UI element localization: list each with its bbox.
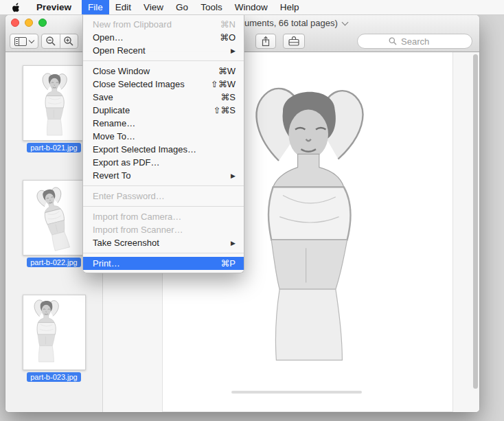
zoom-in-button[interactable] — [60, 34, 78, 48]
menu-separator — [83, 253, 244, 253]
close-window-button[interactable] — [11, 19, 19, 27]
menu-item-export-selected-images[interactable]: Export Selected Images… — [83, 143, 244, 156]
menu-item-print[interactable]: Print… ⌘P — [83, 257, 244, 270]
thumbnail-item-1[interactable]: part-b-021.jpg — [23, 65, 86, 152]
window-title-text: uments, 66 total pages) — [244, 18, 338, 28]
thumbnail-filename-2[interactable]: part-b-022.jpg — [27, 258, 81, 267]
sketch-thumbnail-2 — [25, 182, 84, 253]
menu-item-enter-password: Enter Password… — [83, 190, 244, 203]
markup-toolbox-icon — [288, 36, 299, 46]
file-menu-dropdown: New from Clipboard ⌘N Open… ⌘O Open Rece… — [82, 15, 244, 273]
menubar-item-view[interactable]: View — [137, 0, 170, 14]
menu-item-import-from-scanner: Import from Scanner… — [83, 223, 244, 236]
menubar-item-tools[interactable]: Tools — [194, 0, 229, 14]
menubar-item-edit[interactable]: Edit — [109, 0, 137, 14]
menu-item-take-screenshot[interactable]: Take Screenshot ▶ — [83, 236, 244, 249]
menu-item-open[interactable]: Open… ⌘O — [83, 31, 244, 44]
apple-logo-icon — [12, 2, 21, 12]
menubar-item-go[interactable]: Go — [170, 0, 194, 14]
menu-item-duplicate[interactable]: Duplicate ⇧⌘S — [83, 104, 244, 117]
share-icon — [261, 36, 271, 47]
zoom-segmented-control — [41, 34, 78, 49]
menu-separator — [83, 185, 244, 186]
menu-separator — [83, 60, 244, 61]
page-caption — [231, 391, 362, 394]
menu-item-new-from-clipboard: New from Clipboard ⌘N — [83, 18, 244, 31]
sidebar-panel-icon — [14, 37, 27, 46]
menu-item-close-selected-images[interactable]: Close Selected Images ⇧⌘W — [83, 78, 244, 91]
menubar-item-preview[interactable]: Preview — [26, 0, 82, 14]
minimize-window-button[interactable] — [25, 19, 33, 27]
share-button[interactable] — [255, 34, 276, 49]
menu-item-import-from-camera: Import from Camera… — [83, 210, 244, 223]
search-field[interactable] — [357, 34, 472, 49]
menu-item-move-to[interactable]: Move To… — [83, 130, 244, 143]
search-input[interactable] — [400, 36, 441, 47]
thumbnail-filename-1[interactable]: part-b-021.jpg — [27, 143, 81, 152]
zoom-out-button[interactable] — [42, 34, 60, 48]
thumbnail-item-2[interactable]: part-b-022.jpg — [23, 180, 86, 267]
markup-toolbar-button[interactable] — [283, 34, 305, 49]
menu-separator — [83, 206, 244, 207]
sketch-thumbnail-1 — [25, 67, 84, 139]
menu-item-open-recent[interactable]: Open Recent ▶ — [83, 44, 244, 57]
menu-item-save[interactable]: Save ⌘S — [83, 91, 244, 104]
thumbnail-image-3[interactable] — [23, 295, 86, 370]
vertical-scrollbar[interactable] — [472, 54, 478, 410]
menubar-item-file[interactable]: File — [82, 0, 109, 14]
window-title: uments, 66 total pages) — [244, 18, 347, 28]
zoom-window-button[interactable] — [38, 19, 47, 27]
zoom-out-icon — [45, 36, 56, 47]
thumbnail-filename-3[interactable]: part-b-023.jpg — [27, 372, 81, 382]
menu-item-revert-to[interactable]: Revert To ▶ — [83, 169, 244, 182]
menu-item-rename[interactable]: Rename… — [83, 117, 244, 130]
menu-item-close-window[interactable]: Close Window ⌘W — [83, 65, 244, 78]
desktop: uments, 66 total pages) — [0, 0, 504, 421]
traffic-lights — [11, 19, 47, 27]
sidebar-view-button[interactable] — [10, 34, 38, 49]
submenu-arrow-icon: ▶ — [231, 240, 236, 247]
title-chevron-down-icon[interactable] — [341, 19, 348, 25]
zoom-in-icon — [63, 36, 74, 47]
thumbnail-image-1[interactable] — [23, 65, 86, 141]
chevron-down-icon — [29, 38, 34, 43]
menubar-item-window[interactable]: Window — [229, 0, 274, 14]
menu-bar: Preview File Edit View Go Tools Window H… — [0, 0, 504, 15]
menubar-item-help[interactable]: Help — [274, 0, 306, 14]
thumbnail-image-2[interactable] — [23, 180, 86, 255]
menu-item-export-as-pdf[interactable]: Export as PDF… — [83, 156, 244, 169]
search-icon — [389, 37, 397, 45]
submenu-arrow-icon: ▶ — [231, 47, 236, 54]
submenu-arrow-icon: ▶ — [231, 172, 236, 179]
sketch-thumbnail-3 — [25, 297, 84, 368]
scrollbar-thumb[interactable] — [473, 54, 478, 389]
thumbnail-item-3[interactable]: part-b-023.jpg — [23, 295, 86, 382]
apple-menu[interactable] — [5, 0, 26, 14]
